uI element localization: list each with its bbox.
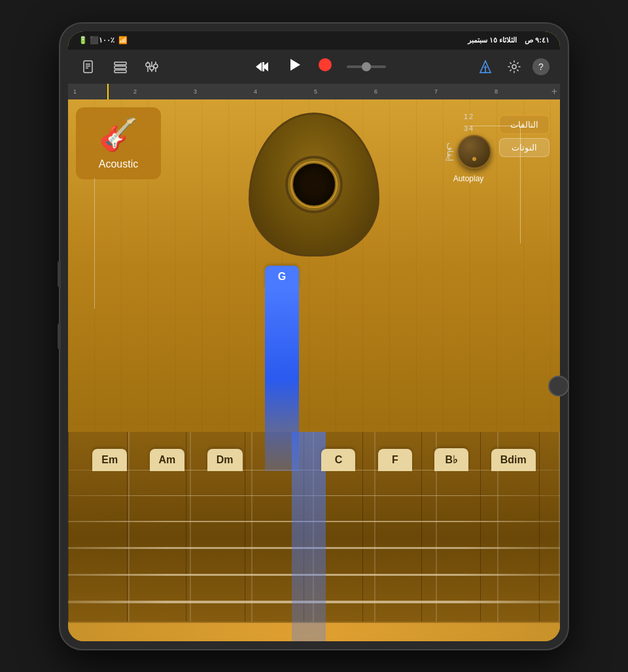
chord-g-label: G — [265, 266, 299, 288]
chord-em[interactable]: Em — [92, 449, 127, 471]
chord-c[interactable]: C — [321, 449, 355, 471]
annotation-line-right1 — [520, 126, 521, 243]
svg-point-21 — [512, 65, 516, 69]
chord-bdim[interactable]: Bdim — [491, 449, 536, 471]
status-left: 🔋 ⬛١٠٠٪ 📶 — [78, 36, 128, 44]
autoplay-buttons: التالفات النوتات — [499, 115, 550, 157]
chords-row: Em Am Dm G C F B♭ — [68, 266, 560, 471]
ruler-mark-4: 4 — [254, 88, 314, 95]
add-track-button[interactable]: + — [551, 86, 557, 97]
chord-em-label: Em — [92, 449, 127, 471]
rewind-button[interactable] — [251, 56, 272, 77]
volume-up-button[interactable] — [58, 261, 61, 287]
svg-point-11 — [150, 66, 154, 70]
ruler-mark-8: 8 — [495, 88, 555, 95]
chord-g[interactable]: G — [265, 266, 299, 471]
svg-rect-5 — [114, 66, 126, 69]
transport-controls — [251, 56, 386, 78]
svg-marker-13 — [256, 62, 262, 71]
ipad-screen: 🔋 ⬛١٠٠٪ 📶 ٩:٤١ ص الثلاثاء ١٥ سبتمبر — [68, 31, 560, 641]
chord-am-label: Am — [150, 449, 185, 471]
volume-slider[interactable] — [347, 65, 386, 68]
chord-f[interactable]: F — [378, 449, 412, 471]
ruler-mark-1: 1 — [73, 88, 133, 95]
ruler-marks: 1 2 3 4 5 6 7 8 — [73, 88, 555, 95]
chord-bb-label: B♭ — [434, 448, 468, 471]
guitar-body — [249, 113, 379, 256]
toolbar-left — [78, 56, 162, 77]
svg-point-17 — [319, 58, 332, 71]
svg-marker-16 — [290, 59, 300, 71]
ruler-mark-2: 2 — [133, 88, 194, 95]
ruler-mark-5: 5 — [314, 88, 374, 95]
mixer-button[interactable] — [141, 56, 162, 77]
tracks-button[interactable] — [110, 56, 131, 77]
chord-g-stem — [265, 288, 299, 471]
svg-point-12 — [154, 64, 158, 68]
chord-bb[interactable]: B♭ — [434, 448, 468, 471]
help-button[interactable]: ? — [532, 58, 550, 75]
chord-c-label: C — [321, 449, 355, 471]
play-button[interactable] — [285, 56, 304, 78]
chord-bdim-label: Bdim — [491, 449, 536, 471]
svg-point-10 — [146, 63, 150, 67]
ruler-mark-7: 7 — [434, 88, 495, 95]
ruler: 1 2 3 4 5 6 7 8 + — [68, 84, 560, 99]
record-button[interactable] — [317, 56, 334, 77]
svg-rect-4 — [114, 62, 126, 65]
battery-indicator: 🔋 ⬛١٠٠٪ — [78, 36, 114, 44]
annotation-line-right2 — [468, 126, 521, 126]
chord-f-label: F — [378, 449, 412, 471]
toolbar: ? — [68, 50, 560, 84]
guitar-body-area — [249, 113, 379, 256]
volume-down-button[interactable] — [58, 323, 61, 349]
status-datetime: ٩:٤١ ص الثلاثاء ١٥ سبتمبر — [468, 36, 550, 44]
chord-am[interactable]: Am — [150, 449, 185, 471]
knob-container: إيقاف — [445, 135, 491, 169]
autoplay-knob[interactable] — [457, 135, 491, 169]
new-song-button[interactable] — [78, 56, 99, 77]
autoplay-panel: 1 2 3 4 إيقاف Autoplay التالفات النوتات — [445, 113, 550, 183]
notes-button[interactable]: النوتات — [499, 138, 550, 157]
autoplay-label: Autoplay — [453, 174, 484, 183]
ruler-mark-6: 6 — [374, 88, 434, 95]
chords-button[interactable]: التالفات — [499, 115, 550, 134]
autoplay-knob-area: 1 2 3 4 إيقاف Autoplay — [445, 113, 491, 183]
guitar-icon: 🎸 — [99, 116, 138, 153]
settings-button[interactable] — [504, 56, 525, 77]
chord-dm-label: Dm — [207, 449, 243, 471]
sound-hole — [288, 158, 340, 211]
ipad-frame: 🔋 ⬛١٠٠٪ 📶 ٩:٤١ ص الثلاثاء ١٥ سبتمبر — [59, 22, 569, 650]
instrument-panel[interactable]: 🎸 Acoustic — [76, 107, 161, 179]
toolbar-right: ? — [475, 56, 550, 77]
chord-dm[interactable]: Dm — [207, 449, 243, 471]
metronome-button[interactable] — [475, 56, 496, 77]
autoplay-numbers: 1 2 3 4 — [464, 113, 473, 132]
svg-rect-0 — [84, 61, 92, 73]
pause-label: إيقاف — [445, 143, 455, 161]
instrument-name: Acoustic — [99, 158, 138, 170]
svg-rect-6 — [114, 70, 126, 73]
wifi-icon: 📶 — [118, 36, 128, 44]
guitar-area: 🎸 Acoustic 1 2 3 4 — [68, 99, 560, 641]
status-bar: 🔋 ⬛١٠٠٪ 📶 ٩:٤١ ص الثلاثاء ١٥ سبتمبر — [68, 31, 560, 50]
ruler-mark-3: 3 — [194, 88, 254, 95]
